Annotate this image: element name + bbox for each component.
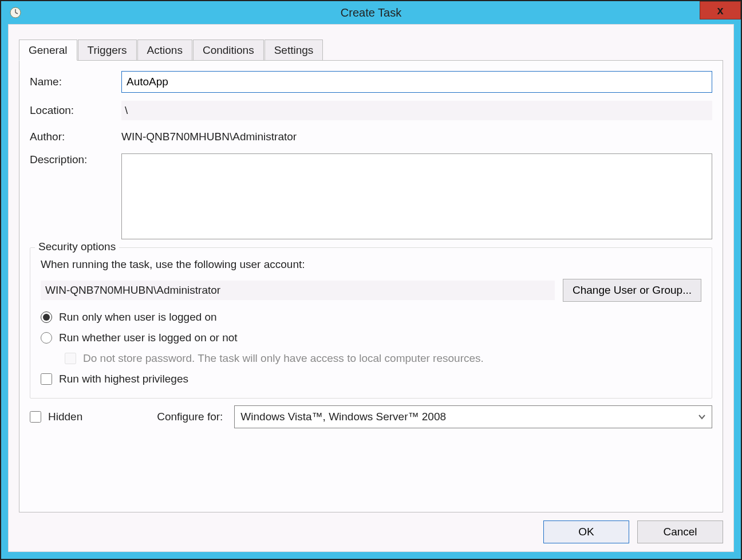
- author-label: Author:: [30, 131, 121, 143]
- task-scheduler-icon: [9, 6, 22, 19]
- tab-triggers[interactable]: Triggers: [78, 40, 137, 60]
- security-prompt: When running the task, use the following…: [41, 258, 305, 271]
- window-title: Create Task: [341, 6, 401, 19]
- configure-for-combo[interactable]: Windows Vista™, Windows Server™ 2008: [234, 405, 712, 428]
- configure-for-value: Windows Vista™, Windows Server™ 2008: [240, 411, 446, 423]
- radio-run-whether[interactable]: Run whether user is logged on or not: [41, 332, 701, 344]
- radio-run-whether-label: Run whether user is logged on or not: [59, 332, 238, 344]
- create-task-window: Create Task x General Triggers Actions C…: [0, 0, 742, 560]
- security-options-legend: Security options: [35, 240, 119, 253]
- tabstrip: General Triggers Actions Conditions Sett…: [19, 36, 723, 60]
- radio-run-logged-on[interactable]: Run only when user is logged on: [41, 311, 701, 324]
- ok-button[interactable]: OK: [543, 520, 629, 543]
- titlebar: Create Task x: [1, 1, 741, 24]
- tab-conditions-label: Conditions: [203, 44, 254, 56]
- client-area: General Triggers Actions Conditions Sett…: [8, 24, 734, 552]
- tab-conditions[interactable]: Conditions: [193, 40, 264, 60]
- checkbox-no-store-password: Do not store password. The task will onl…: [65, 352, 701, 365]
- tab-settings[interactable]: Settings: [265, 40, 323, 60]
- name-label: Name:: [30, 76, 121, 88]
- description-label: Description:: [30, 153, 121, 166]
- radio-run-logged-on-input[interactable]: [41, 311, 52, 323]
- tab-settings-label: Settings: [274, 44, 314, 56]
- radio-run-whether-input[interactable]: [41, 332, 52, 344]
- chevron-down-icon: [698, 413, 706, 421]
- tab-general[interactable]: General: [19, 40, 77, 61]
- checkbox-hidden[interactable]: Hidden: [30, 411, 82, 423]
- description-input[interactable]: [121, 153, 712, 239]
- checkbox-no-store-password-input: [65, 353, 76, 364]
- close-button[interactable]: x: [700, 1, 741, 19]
- tab-general-label: General: [29, 44, 68, 56]
- cancel-button[interactable]: Cancel: [637, 520, 723, 543]
- change-user-button[interactable]: Change User or Group...: [563, 279, 701, 302]
- name-input[interactable]: [121, 71, 712, 93]
- checkbox-highest-privileges[interactable]: Run with highest privileges: [41, 373, 701, 385]
- checkbox-hidden-input[interactable]: [30, 411, 41, 423]
- location-label: Location:: [30, 104, 121, 117]
- tab-actions-label: Actions: [147, 44, 183, 56]
- dialog-buttons: OK Cancel: [19, 520, 723, 543]
- checkbox-highest-privileges-input[interactable]: [41, 373, 52, 385]
- tab-actions[interactable]: Actions: [137, 40, 192, 60]
- checkbox-highest-privileges-label: Run with highest privileges: [59, 373, 188, 385]
- location-value: \: [121, 101, 712, 120]
- radio-run-logged-on-label: Run only when user is logged on: [59, 311, 217, 324]
- security-account-value: WIN-QNB7N0MHUBN\Administrator: [41, 281, 555, 300]
- tab-triggers-label: Triggers: [88, 44, 127, 56]
- general-panel: Name: Location: \ Author: WIN-QNB7N0MHUB…: [19, 60, 723, 512]
- close-icon: x: [717, 4, 723, 17]
- checkbox-hidden-label: Hidden: [48, 411, 82, 423]
- configure-for-label: Configure for:: [157, 411, 223, 423]
- security-options-group: Security options When running the task, …: [30, 247, 712, 399]
- checkbox-no-store-password-label: Do not store password. The task will onl…: [83, 352, 484, 365]
- author-value: WIN-QNB7N0MHUBN\Administrator: [121, 128, 712, 145]
